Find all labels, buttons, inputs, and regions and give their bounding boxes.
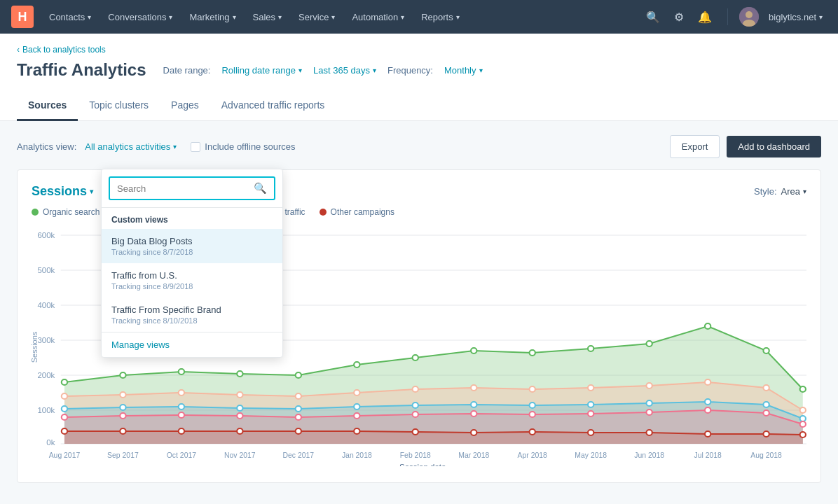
svg-point-70 (530, 412, 535, 417)
legend-organic-search: Organic search (32, 207, 99, 217)
analytics-view-popup: 🔍 Custom views Big Data Blog Posts Track… (101, 169, 283, 358)
svg-point-45 (705, 379, 710, 385)
chevron-down-icon: ▾ (819, 13, 823, 21)
svg-point-83 (471, 430, 476, 435)
svg-point-35 (120, 392, 125, 398)
svg-point-54 (413, 402, 418, 408)
frequency-dropdown[interactable]: Monthly ▾ (444, 65, 483, 76)
hubspot-logo[interactable]: H (11, 6, 34, 28)
svg-point-87 (705, 431, 710, 437)
manage-views-link[interactable]: Manage views (102, 332, 282, 357)
svg-text:Sessions: Sessions (32, 331, 39, 363)
nav-item-conversations[interactable]: Conversations ▾ (101, 8, 179, 27)
svg-point-43 (588, 385, 593, 391)
tab-bar: Sources Topic clusters Pages Advanced tr… (17, 91, 821, 120)
date-range-dropdown[interactable]: Rolling date range ▾ (221, 65, 302, 76)
sub-header: ‹ Back to analytics tools Traffic Analyt… (0, 34, 838, 121)
tab-pages[interactable]: Pages (160, 91, 210, 121)
dropdown-item-1[interactable]: Traffic from U.S. Tracking since 8/9/201… (102, 263, 282, 298)
svg-point-40 (413, 386, 418, 392)
svg-point-36 (179, 390, 184, 396)
include-offline-checkbox[interactable] (191, 142, 200, 152)
svg-point-47 (800, 407, 806, 413)
nav-item-service[interactable]: Service ▾ (291, 8, 342, 27)
svg-text:300k: 300k (38, 336, 55, 344)
nav-item-automation[interactable]: Automation ▾ (345, 8, 411, 27)
search-icon[interactable]: 🔍 (247, 178, 274, 199)
svg-point-74 (763, 410, 769, 416)
bell-icon[interactable]: 🔔 (694, 8, 716, 27)
chevron-down-icon: ▾ (88, 13, 91, 21)
svg-point-62 (62, 414, 67, 420)
export-button[interactable]: Export (670, 135, 720, 158)
back-link[interactable]: ‹ Back to analytics tools (17, 45, 821, 55)
dropdown-item-2[interactable]: Traffic From Specific Brand Tracking sin… (102, 298, 282, 332)
chevron-down-icon: ▾ (278, 13, 282, 21)
svg-point-38 (296, 393, 301, 399)
svg-point-66 (296, 414, 301, 420)
chevron-down-icon: ▾ (173, 143, 177, 150)
style-dropdown[interactable]: Area ▾ (781, 186, 806, 197)
sessions-dropdown[interactable]: Sessions ▾ (32, 184, 93, 199)
svg-point-81 (354, 428, 359, 434)
svg-point-89 (800, 432, 806, 438)
svg-point-42 (530, 386, 535, 392)
frequency-label: Frequency: (387, 65, 433, 76)
svg-point-48 (62, 406, 67, 412)
svg-point-65 (237, 413, 242, 419)
nav-item-reports[interactable]: Reports ▾ (414, 8, 467, 27)
svg-text:May 2018: May 2018 (575, 451, 607, 459)
svg-point-59 (705, 399, 710, 405)
chevron-down-icon: ▾ (90, 188, 93, 195)
avatar[interactable] (739, 7, 759, 27)
svg-point-27 (471, 348, 476, 354)
svg-text:Jun 2018: Jun 2018 (634, 451, 664, 459)
svg-point-46 (763, 385, 769, 391)
legend-other-campaigns: Other campaigns (320, 207, 394, 217)
date-range-secondary-dropdown[interactable]: Last 365 days ▾ (313, 65, 376, 76)
svg-text:100k: 100k (38, 406, 55, 414)
svg-text:Apr 2018: Apr 2018 (518, 451, 548, 459)
svg-point-33 (800, 386, 806, 392)
svg-point-37 (237, 392, 242, 398)
chevron-left-icon: ‹ (17, 45, 20, 55)
nav-item-sales[interactable]: Sales ▾ (246, 8, 289, 27)
chevron-down-icon: ▾ (298, 66, 302, 74)
nav-account[interactable]: biglytics.net ▾ (764, 9, 827, 25)
search-input[interactable] (110, 179, 247, 198)
svg-point-75 (800, 421, 806, 427)
svg-point-24 (296, 372, 301, 378)
svg-point-56 (530, 402, 535, 408)
dropdown-search-area: 🔍 (102, 169, 282, 208)
svg-point-29 (588, 346, 593, 351)
svg-point-79 (237, 428, 242, 434)
chevron-down-icon: ▾ (479, 66, 483, 74)
gear-icon[interactable]: ⚙ (670, 8, 688, 27)
svg-text:Sep 2017: Sep 2017 (107, 451, 139, 459)
tab-advanced[interactable]: Advanced traffic reports (210, 91, 336, 121)
svg-point-41 (471, 385, 476, 391)
analytics-view-dropdown[interactable]: All analytics activities ▾ (85, 141, 177, 152)
chevron-down-icon: ▾ (803, 188, 806, 195)
style-control: Style: Area ▾ (754, 186, 806, 197)
dropdown-item-0[interactable]: Big Data Blog Posts Tracking since 8/7/2… (102, 229, 282, 263)
svg-text:H: H (18, 10, 27, 24)
tab-topic-clusters[interactable]: Topic clusters (78, 91, 160, 121)
svg-text:Oct 2017: Oct 2017 (167, 451, 197, 459)
tab-sources[interactable]: Sources (17, 91, 78, 121)
svg-text:Mar 2018: Mar 2018 (458, 451, 489, 459)
svg-point-31 (705, 323, 710, 329)
add-to-dashboard-button[interactable]: Add to dashboard (727, 136, 821, 158)
nav-item-contacts[interactable]: Contacts ▾ (42, 8, 98, 27)
style-label: Style: (754, 186, 777, 197)
nav-item-marketing[interactable]: Marketing ▾ (182, 8, 242, 27)
svg-point-84 (530, 429, 535, 435)
header-controls: Date range: Rolling date range ▾ Last 36… (163, 65, 483, 76)
search-icon[interactable]: 🔍 (642, 8, 664, 27)
chevron-down-icon: ▾ (373, 66, 376, 74)
svg-point-52 (296, 406, 301, 412)
svg-point-60 (763, 402, 769, 407)
svg-text:0k: 0k (46, 438, 55, 447)
svg-point-34 (62, 393, 67, 399)
svg-text:600k: 600k (38, 231, 55, 239)
